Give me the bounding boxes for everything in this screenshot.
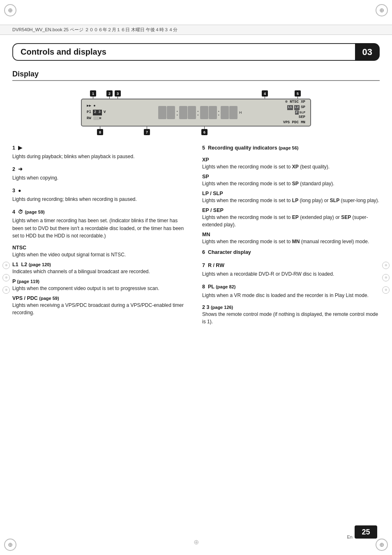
lcd-bot-row: RW ░░░H [87,116,124,121]
item-2-body: Lights when copying. [12,174,190,182]
diagram-label-8: 8 [97,129,103,135]
lcd-sep1: : [176,108,178,117]
item-2-header: 2 ➜ [12,166,190,173]
corner-mark-tl: ⊕ [4,4,16,16]
xp-body: Lights when the recording mode is set to… [202,163,380,170]
lcd-digit [179,106,187,119]
vps-body: Lights when receiving a VPS/PDC broadcas… [12,302,190,316]
lp-body: Lights when the recording mode is set to… [202,197,380,204]
diagram-label-5: 5 [295,90,301,97]
lcd-digit [158,106,166,119]
reg-circle: ⊕ [382,286,390,294]
xp-header: XP [202,157,380,163]
desc-item-5-mn: MN Lights when the recording mode is set… [202,232,380,245]
desc-item-4-l1l2: L1 L2 (page 120) Indicates which channel… [12,262,190,275]
desc-item-8-23: 2 3 (page 126) Shows the remote control … [202,304,380,325]
reg-circle: ⊕ [382,262,390,269]
lcd-center-section: : : : [158,106,242,119]
desc-item-1: 1 ▶ Lights during playback; blinks when … [12,144,190,161]
reg-circle: ⊕ [382,274,390,281]
desc-item-5-ep: EP / SEP Lights when the recording mode … [202,207,380,228]
chapter-title-bar: Controls and displays 03 [12,43,380,61]
lcd-minutes [179,106,196,119]
side-marks-left: ⊕ ⊕ ⊕ [2,262,10,294]
bottom-labels-row: 8 7 6 [81,127,311,138]
ep-header: EP / SEP [202,207,380,213]
reg-circle: ⊕ [2,286,10,294]
mn-header: MN [202,232,380,237]
desc-item-4-vps: VPS / PDC (page 59) Lights when receivin… [12,295,190,316]
page-wrapper: ⊕ ⊕ ⊕ ⊕ ⊕ ⊕ ⊕ ⊕ ⊕ ⊕ DVR540H_WV_EN.book 2… [0,0,392,555]
sp-body: Lights when the recording mode is set to… [202,180,380,187]
lcd-digit [167,106,175,119]
desc-item-5: 5 Recording quality indicators (page 56) [202,144,380,152]
diagram-container: 1 2 3 4 5 ►► ● [12,87,380,138]
top-labels-row: 1 2 3 4 5 [81,87,311,99]
item-4-body: Lights when a timer recording has been s… [12,217,190,240]
lcd-right-row1: ⊙ NTSC XP [285,100,305,105]
diagram-label-3: 3 [115,90,121,97]
section-title: Display [12,70,39,78]
corner-mark-tr: ⊕ [376,4,388,16]
corner-mark-bl: ⊕ [4,539,16,551]
header-bar: DVR540H_WV_EN.book 25 ページ ２００６年２月１６日 木曜日… [0,25,392,35]
diagram-label-2: 2 [106,90,113,97]
diagram-label-6: 6 [201,129,208,135]
lcd-frames [221,106,238,119]
desc-item-4-ntsc: NTSC Lights when the video output signal… [12,245,190,258]
desc-item-6: 6 Character display [202,249,380,256]
lcd-digit [209,106,217,119]
item-8-header: 8 PL (page 82) [202,283,380,291]
desc-item-5-lp: LP / SLP Lights when the recording mode … [202,191,380,204]
item-1-body: Lights during playback; blinks when play… [12,153,190,161]
desc-item-4-p: P (page 119) Lights when the component v… [12,279,190,292]
diagram-label-1: 1 [90,90,96,97]
p-header: P (page 119) [12,279,190,284]
lcd-sep2: : [197,108,199,117]
item-1-header: 1 ▶ [12,144,190,152]
page-lang: En [347,534,353,539]
item-7-header: 7 R / RW [202,262,380,269]
lcd-right-row2: L1 L2 SP [287,105,305,110]
lcd-panel: ►► ● Pl 2 3 V RW ░░░H : [81,99,311,127]
lcd-right-row5: VPS PDC MN [283,120,305,125]
23-body: Shows the remote control mode (if nothin… [202,311,380,325]
diagram-label-7: 7 [144,129,150,135]
diagram-label-4: 4 [262,90,268,97]
l1l2-header: L1 L2 (page 120) [12,262,190,267]
ep-body: Lights when the recording mode is set to… [202,214,380,228]
ntsc-body: Lights when the video output signal form… [12,251,190,258]
item-6-header: 6 Character display [202,249,380,256]
lcd-top-row: ►► ● [87,104,124,109]
lcd-mid-row: Pl 2 3 V [87,110,124,115]
lcd-right-row3: P SLP [295,111,305,115]
diagram-wrapper: 1 2 3 4 5 ►► ● [81,87,311,138]
p-body: Lights when the component video output i… [12,285,190,292]
desc-item-8: 8 PL (page 82) Lights when a VR mode dis… [202,283,380,299]
lcd-digit [229,106,238,119]
lcd-hours [158,106,175,119]
reg-circle: ⊕ [2,262,10,269]
corner-mark-br: ⊕ [376,539,388,551]
lcd-digit [188,106,196,119]
lcd-right-row4: SEP [299,115,305,120]
bottom-center-reg: ⊕ [194,538,199,546]
lcd-digit [200,106,208,119]
item-8-body: Lights when a VR mode disc is loaded and… [202,292,380,299]
item-5-header: 5 Recording quality indicators (page 56) [202,144,380,152]
right-column: 5 Recording quality indicators (page 56)… [202,144,380,329]
page-number: 25 [362,528,370,537]
section-heading: Display [12,70,380,81]
mn-body: Lights when the recording mode is set to… [202,238,380,245]
desc-item-5-sp: SP Lights when the recording mode is set… [202,174,380,187]
lcd-seconds [200,106,217,119]
desc-item-5-xp: XP Lights when the recording mode is set… [202,157,380,170]
item-4-header: 4 ⏱ (page 59) [12,208,190,216]
page-number-box: 25 [355,525,377,539]
chapter-number: 03 [355,43,380,61]
l1l2-body: Indicates which channels of a bilingual … [12,268,190,275]
item-7-body: Lights when a recordable DVD-R or DVD-RW… [202,270,380,278]
descriptions-area: 1 ▶ Lights during playback; blinks when … [12,144,380,329]
vps-header: VPS / PDC (page 59) [12,295,190,301]
lcd-h-label: H [239,111,242,115]
